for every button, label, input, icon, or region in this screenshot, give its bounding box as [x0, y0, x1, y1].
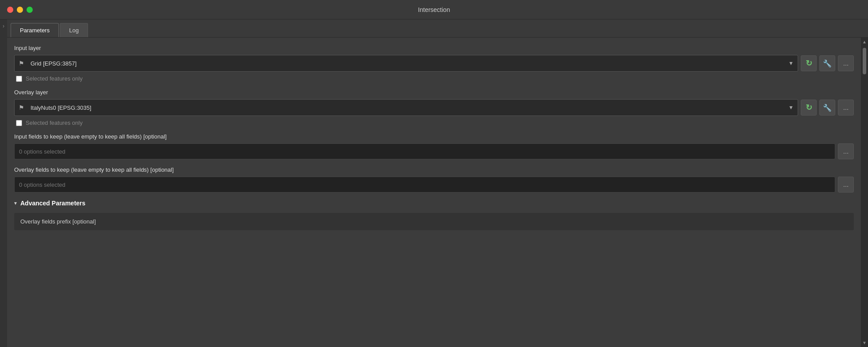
overlay-layer-refresh-button[interactable]: ↻	[801, 100, 817, 116]
scrollbar: ▲ ▼	[861, 38, 868, 347]
advanced-section-header[interactable]: ▾ Advanced Parameters	[14, 200, 854, 207]
ellipsis-icon: …	[843, 60, 849, 67]
window-title: Intersection	[418, 6, 450, 13]
overlay-refresh-icon: ↻	[806, 103, 812, 112]
sidebar-collapse[interactable]: ›	[0, 19, 7, 347]
overlay-layer-label: Overlay layer	[14, 89, 854, 96]
input-layer-row: ⚑ Grid [EPSG:3857] ▼ ↻ 🔧 …	[14, 55, 854, 72]
overlay-layer-selected-checkbox[interactable]	[16, 120, 22, 126]
refresh-icon: ↻	[806, 58, 812, 68]
input-fields-ellipsis-button[interactable]: …	[838, 143, 854, 159]
input-fields-ellipsis-icon: …	[843, 148, 849, 155]
window-controls	[7, 7, 33, 13]
tab-log[interactable]: Log	[60, 23, 88, 37]
overlay-layer-selected-only-row: Selected features only	[14, 120, 854, 126]
close-button[interactable]	[7, 7, 13, 13]
tab-parameters[interactable]: Parameters	[11, 23, 59, 37]
overlay-fields-row: 0 options selected …	[14, 177, 854, 193]
overlay-fields-ellipsis-icon: …	[843, 181, 849, 188]
input-layer-settings-button[interactable]: 🔧	[819, 55, 835, 71]
scroll-up-arrow[interactable]: ▲	[861, 39, 868, 45]
advanced-chevron-icon: ▾	[14, 200, 17, 206]
maximize-button[interactable]	[27, 7, 33, 13]
input-fields-row: 0 options selected …	[14, 143, 854, 159]
scroll-down-arrow[interactable]: ▼	[861, 339, 868, 346]
main-container: › Parameters Log Input layer ⚑	[0, 19, 868, 347]
overlay-layer-dropdown-wrapper: ⚑ ItalyNuts0 [EPSG:3035] ▼	[14, 99, 798, 116]
input-layer-label: Input layer	[14, 45, 854, 51]
input-layer-selected-label: Selected features only	[26, 75, 83, 82]
sidebar-arrow-icon: ›	[3, 23, 4, 29]
overlay-ellipsis-icon: …	[843, 104, 849, 111]
overlay-layer-settings-button[interactable]: 🔧	[819, 100, 835, 116]
params-area: Input layer ⚑ Grid [EPSG:3857] ▼ ↻ 🔧	[7, 38, 861, 347]
tabs-bar: Parameters Log	[7, 19, 868, 38]
input-layer-ellipsis-button[interactable]: …	[838, 55, 854, 71]
overlay-layer-ellipsis-button[interactable]: …	[838, 100, 854, 116]
overlay-layer-select[interactable]: ItalyNuts0 [EPSG:3035]	[14, 99, 798, 116]
wrench-icon: 🔧	[823, 59, 832, 68]
scrollbar-track[interactable]	[862, 46, 867, 339]
titlebar: Intersection	[0, 0, 868, 19]
overlay-prefix-row: Overlay fields prefix [optional]	[14, 213, 854, 230]
input-fields-placeholder: 0 options selected	[19, 148, 65, 155]
overlay-fields-label: Overlay fields to keep (leave empty to k…	[14, 166, 854, 173]
advanced-label: Advanced Parameters	[20, 200, 85, 207]
overlay-fields-ellipsis-button[interactable]: …	[838, 177, 854, 193]
overlay-layer-selected-label: Selected features only	[26, 120, 83, 126]
input-fields-select[interactable]: 0 options selected	[14, 143, 835, 159]
overlay-fields-placeholder: 0 options selected	[19, 181, 65, 188]
input-layer-select[interactable]: Grid [EPSG:3857]	[14, 55, 798, 72]
overlay-layer-row: ⚑ ItalyNuts0 [EPSG:3035] ▼ ↻ 🔧 …	[14, 99, 854, 116]
input-layer-dropdown-wrapper: ⚑ Grid [EPSG:3857] ▼	[14, 55, 798, 72]
minimize-button[interactable]	[17, 7, 23, 13]
input-layer-selected-only-row: Selected features only	[14, 75, 854, 82]
input-layer-refresh-button[interactable]: ↻	[801, 55, 817, 71]
overlay-wrench-icon: 🔧	[823, 104, 832, 112]
scrollbar-thumb[interactable]	[863, 48, 866, 74]
overlay-fields-select[interactable]: 0 options selected	[14, 177, 835, 193]
input-layer-selected-checkbox[interactable]	[16, 76, 22, 82]
content-area: Parameters Log Input layer ⚑ Grid [EPSG:…	[7, 19, 868, 347]
input-fields-label: Input fields to keep (leave empty to kee…	[14, 133, 854, 140]
overlay-prefix-label: Overlay fields prefix [optional]	[20, 218, 96, 225]
